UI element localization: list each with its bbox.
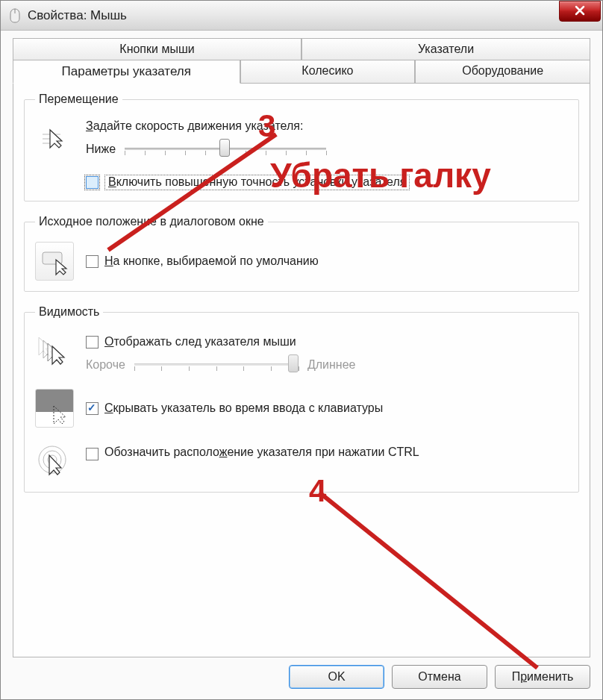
tab-wheel[interactable]: Колесико: [240, 60, 416, 84]
dialog-body: Кнопки мыши Указатели Параметры указател…: [1, 31, 602, 699]
group-visibility: Видимость Отображать след ука: [24, 305, 579, 493]
hide-typing-label: Скрывать указатель во время ввода с клав…: [104, 401, 383, 415]
tabs-row-1: Кнопки мыши Указатели: [13, 38, 590, 60]
trails-icon: [35, 332, 74, 371]
pointer-speed-icon: [35, 119, 74, 158]
tab-pointer-options[interactable]: Параметры указателя: [13, 60, 240, 84]
pointer-speed-label: Задайте скорость движения указателя:: [86, 119, 568, 133]
snapto-label: На кнопке, выбираемой по умолчанию: [104, 254, 319, 268]
slider-min-label: Ниже: [86, 143, 116, 156]
ctrl-locate-icon: [35, 443, 74, 481]
ctrl-locate-checkbox[interactable]: [86, 448, 99, 460]
ok-button[interactable]: OK: [289, 665, 384, 689]
trails-checkbox[interactable]: [86, 336, 99, 349]
close-icon: [575, 5, 585, 18]
trails-max-label: Длиннее: [307, 358, 356, 372]
tab-pointers[interactable]: Указатели: [302, 38, 590, 60]
close-button[interactable]: [559, 1, 601, 22]
button-bar: OK Отмена Применить: [13, 657, 590, 689]
tabs-row-2: Параметры указателя Колесико Оборудовани…: [13, 60, 590, 84]
group-snapto-legend: Исходное положение в диалоговом окне: [35, 215, 268, 228]
tab-hardware[interactable]: Оборудование: [415, 60, 590, 84]
enhance-precision-checkbox[interactable]: [86, 176, 99, 189]
ctrl-locate-label: Обозначить расположение указателя при на…: [104, 446, 419, 459]
snapto-checkbox[interactable]: [86, 255, 99, 268]
hide-typing-checkbox[interactable]: [86, 402, 99, 415]
hide-typing-icon: [35, 389, 74, 428]
group-motion-legend: Перемещение: [35, 93, 122, 106]
tab-buttons[interactable]: Кнопки мыши: [13, 38, 302, 60]
titlebar: Свойства: Мышь: [1, 1, 602, 31]
cancel-button[interactable]: Отмена: [392, 665, 487, 689]
pointer-speed-slider[interactable]: [125, 140, 326, 158]
apply-button[interactable]: Применить: [495, 665, 590, 689]
group-visibility-legend: Видимость: [35, 305, 103, 319]
snapto-icon: [35, 242, 74, 281]
trails-min-label: Короче: [86, 358, 125, 372]
mouse-properties-window: Свойства: Мышь Кнопки мыши Указатели Пар…: [0, 0, 603, 700]
tab-content: Перемещение Задайте скорость движения ук…: [13, 83, 590, 657]
group-snapto: Исходное положение в диалоговом окне На …: [24, 215, 579, 292]
enhance-precision-label: Включить повышенную точность установки у…: [104, 175, 410, 190]
group-motion: Перемещение Задайте скорость движения ук…: [24, 93, 579, 201]
window-title: Свойства: Мышь: [28, 8, 127, 23]
trails-label: Отображать след указателя мыши: [104, 335, 296, 349]
trails-slider: [134, 356, 299, 374]
mouse-icon: [7, 7, 23, 24]
